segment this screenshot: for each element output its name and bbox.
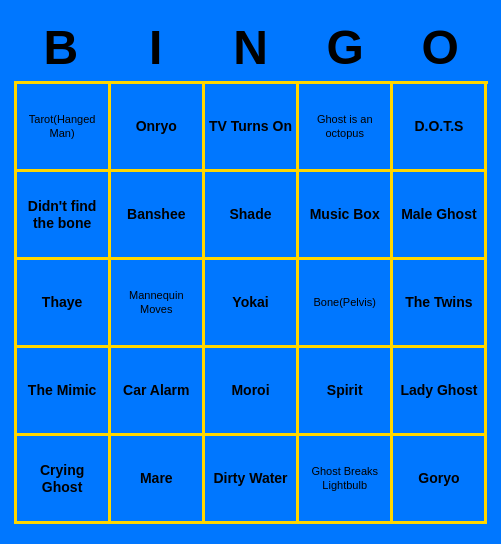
bingo-cell-6: Banshee xyxy=(111,172,205,260)
bingo-cell-14: The Twins xyxy=(393,260,487,348)
bingo-cell-5: Didn't find the bone xyxy=(17,172,111,260)
bingo-cell-1: Onryo xyxy=(111,84,205,172)
bingo-cell-16: Car Alarm xyxy=(111,348,205,436)
bingo-grid: Tarot(Hanged Man)OnryoTV Turns OnGhost i… xyxy=(14,81,488,524)
title-letter: B xyxy=(17,20,105,75)
bingo-cell-13: Bone(Pelvis) xyxy=(299,260,393,348)
bingo-cell-0: Tarot(Hanged Man) xyxy=(17,84,111,172)
bingo-cell-19: Lady Ghost xyxy=(393,348,487,436)
bingo-cell-15: The Mimic xyxy=(17,348,111,436)
bingo-cell-7: Shade xyxy=(205,172,299,260)
bingo-cell-8: Music Box xyxy=(299,172,393,260)
bingo-cell-24: Goryo xyxy=(393,436,487,524)
title-letter: O xyxy=(396,20,484,75)
bingo-cell-18: Spirit xyxy=(299,348,393,436)
bingo-cell-10: Thaye xyxy=(17,260,111,348)
bingo-cell-11: Mannequin Moves xyxy=(111,260,205,348)
bingo-cell-20: Crying Ghost xyxy=(17,436,111,524)
bingo-cell-21: Mare xyxy=(111,436,205,524)
title-letter: G xyxy=(301,20,389,75)
bingo-cell-23: Ghost Breaks Lightbulb xyxy=(299,436,393,524)
title-letter: I xyxy=(112,20,200,75)
bingo-cell-9: Male Ghost xyxy=(393,172,487,260)
bingo-card: BINGO Tarot(Hanged Man)OnryoTV Turns OnG… xyxy=(6,12,496,532)
bingo-cell-12: Yokai xyxy=(205,260,299,348)
bingo-cell-3: Ghost is an octopus xyxy=(299,84,393,172)
bingo-title: BINGO xyxy=(14,20,488,75)
bingo-cell-22: Dirty Water xyxy=(205,436,299,524)
bingo-cell-4: D.O.T.S xyxy=(393,84,487,172)
bingo-cell-2: TV Turns On xyxy=(205,84,299,172)
bingo-cell-17: Moroi xyxy=(205,348,299,436)
title-letter: N xyxy=(206,20,294,75)
